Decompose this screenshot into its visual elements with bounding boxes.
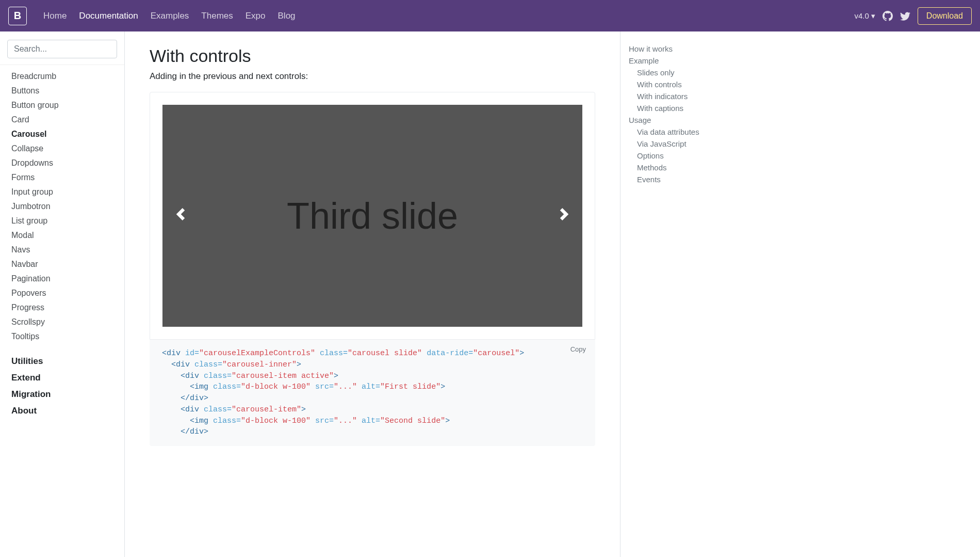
toc-item-example[interactable]: Example [629, 55, 725, 67]
sidebar-heading-utilities[interactable]: Utilities [11, 351, 124, 368]
sidebar-heading-extend[interactable]: Extend [11, 368, 124, 384]
toc-item-with-indicators[interactable]: With indicators [629, 90, 725, 102]
table-of-contents: How it worksExampleSlides onlyWith contr… [620, 31, 733, 557]
copy-button[interactable]: Copy [570, 345, 586, 355]
search-input[interactable] [7, 40, 117, 58]
sidebar-item-modal[interactable]: Modal [11, 228, 124, 243]
sidebar-sections: UtilitiesExtendMigrationAbout [0, 347, 124, 417]
main-content: With controls Adding in the previous and… [125, 31, 620, 557]
toc-item-via-javascript[interactable]: Via JavaScript [629, 138, 725, 150]
toc-item-via-data-attributes[interactable]: Via data attributes [629, 126, 725, 138]
nav-link-home[interactable]: Home [37, 7, 73, 25]
sidebar-heading-migration[interactable]: Migration [11, 384, 124, 401]
sidebar-item-collapse[interactable]: Collapse [11, 141, 124, 156]
sidebar-item-jumbotron[interactable]: Jumbotron [11, 199, 124, 214]
sidebar-component-list: BreadcrumbButtonsButton groupCardCarouse… [0, 65, 124, 344]
carousel-slide-label: Third slide [287, 195, 458, 237]
nav-link-expo[interactable]: Expo [239, 7, 272, 25]
sidebar-item-button-group[interactable]: Button group [11, 98, 124, 113]
carousel-prev-button[interactable] [168, 208, 193, 224]
toc-list: How it worksExampleSlides onlyWith contr… [629, 43, 725, 185]
page-subtitle: Adding in the previous and next controls… [150, 71, 595, 82]
sidebar-item-progress[interactable]: Progress [11, 300, 124, 315]
sidebar-item-list-group[interactable]: List group [11, 214, 124, 228]
sidebar-heading-about[interactable]: About [11, 401, 124, 417]
sidebar-item-pagination[interactable]: Pagination [11, 272, 124, 286]
sidebar-search [7, 40, 117, 58]
github-icon[interactable] [883, 11, 893, 21]
page-title: With controls [150, 46, 595, 66]
sidebar-item-buttons[interactable]: Buttons [11, 84, 124, 98]
sidebar-item-navs[interactable]: Navs [11, 243, 124, 257]
nav-links: HomeDocumentationExamplesThemesExpoBlog [37, 7, 302, 25]
navbar: B HomeDocumentationExamplesThemesExpoBlo… [0, 0, 980, 31]
toc-item-slides-only[interactable]: Slides only [629, 67, 725, 78]
sidebar: BreadcrumbButtonsButton groupCardCarouse… [0, 31, 125, 557]
download-button[interactable]: Download [918, 7, 972, 25]
nav-link-examples[interactable]: Examples [144, 7, 195, 25]
brand-logo[interactable]: B [8, 7, 27, 25]
example-box: Third slide [150, 92, 595, 340]
toc-item-with-captions[interactable]: With captions [629, 102, 725, 114]
sidebar-item-breadcrumb[interactable]: Breadcrumb [11, 69, 124, 84]
version-label: v4.0 [854, 11, 869, 20]
toc-item-events[interactable]: Events [629, 173, 725, 185]
toc-item-how-it-works[interactable]: How it works [629, 43, 725, 55]
sidebar-item-navbar[interactable]: Navbar [11, 257, 124, 272]
carousel-next-button[interactable] [551, 208, 577, 224]
sidebar-item-card[interactable]: Card [11, 113, 124, 127]
sidebar-item-scrollspy[interactable]: Scrollspy [11, 315, 124, 329]
sidebar-item-input-group[interactable]: Input group [11, 185, 124, 199]
nav-link-documentation[interactable]: Documentation [73, 7, 144, 25]
toc-item-methods[interactable]: Methods [629, 162, 725, 173]
toc-item-usage[interactable]: Usage [629, 114, 725, 126]
sidebar-item-tooltips[interactable]: Tooltips [11, 329, 124, 344]
caret-down-icon: ▾ [871, 11, 875, 21]
carousel: Third slide [162, 105, 582, 327]
sidebar-item-popovers[interactable]: Popovers [11, 286, 124, 300]
code-block: Copy<div id="carouselExampleControls" cl… [150, 340, 595, 446]
toc-item-with-controls[interactable]: With controls [629, 78, 725, 90]
sidebar-item-dropdowns[interactable]: Dropdowns [11, 156, 124, 170]
sidebar-item-carousel[interactable]: Carousel [11, 127, 124, 141]
toc-item-options[interactable]: Options [629, 150, 725, 162]
nav-link-themes[interactable]: Themes [195, 7, 239, 25]
sidebar-item-forms[interactable]: Forms [11, 170, 124, 185]
nav-link-blog[interactable]: Blog [272, 7, 302, 25]
twitter-icon[interactable] [900, 11, 910, 21]
version-dropdown[interactable]: v4.0 ▾ [854, 11, 875, 21]
